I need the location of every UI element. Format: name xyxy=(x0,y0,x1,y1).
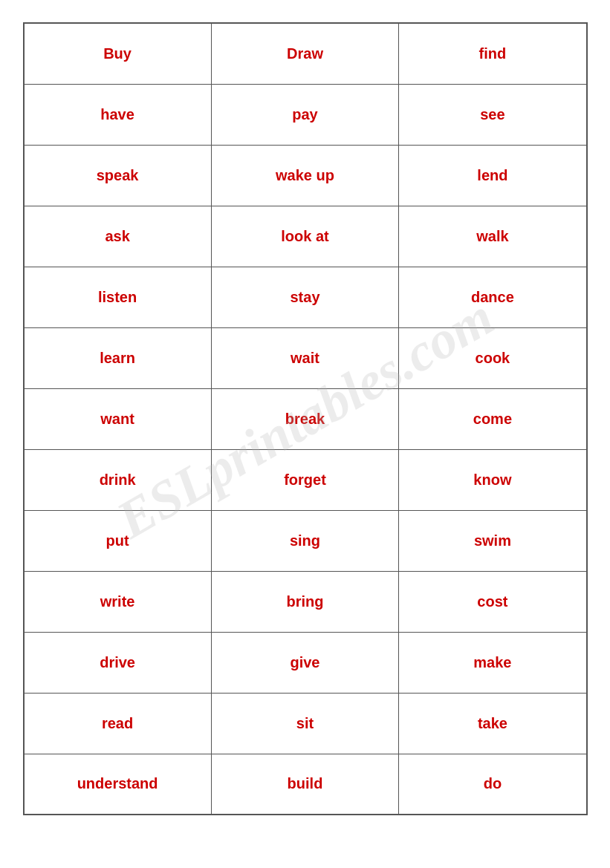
word-cell: do xyxy=(399,754,587,815)
word-cell: see xyxy=(399,84,587,145)
word-label: stay xyxy=(290,289,319,305)
word-label: look at xyxy=(281,228,328,244)
word-label: understand xyxy=(77,775,158,792)
word-label: forget xyxy=(284,471,326,488)
word-cell: break xyxy=(211,388,399,449)
word-cell: Draw xyxy=(211,23,399,84)
word-cell: understand xyxy=(24,754,212,815)
word-label: sit xyxy=(296,715,314,731)
word-cell: come xyxy=(399,388,587,449)
word-label: put xyxy=(106,532,129,549)
word-label: give xyxy=(290,654,319,670)
word-label: bring xyxy=(286,593,323,610)
word-label: pay xyxy=(292,106,317,123)
word-cell: wait xyxy=(211,327,399,388)
word-label: take xyxy=(478,715,507,731)
word-label: learn xyxy=(100,350,135,366)
word-label: come xyxy=(473,411,512,427)
word-cell: know xyxy=(399,449,587,510)
word-cell: listen xyxy=(24,267,212,327)
word-label: want xyxy=(100,411,134,427)
word-cell: find xyxy=(399,23,587,84)
word-label: speak xyxy=(97,167,139,183)
word-cell: read xyxy=(24,693,212,754)
table-row: drivegivemake xyxy=(24,632,587,693)
word-cell: sing xyxy=(211,510,399,571)
word-label: sing xyxy=(290,532,320,549)
table-row: speakwake uplend xyxy=(24,145,587,206)
word-label: Buy xyxy=(103,45,132,62)
word-label: read xyxy=(102,715,133,731)
word-label: know xyxy=(473,471,511,488)
word-cell: cost xyxy=(399,571,587,632)
word-cell: learn xyxy=(24,327,212,388)
word-cell: ask xyxy=(24,206,212,267)
word-label: ask xyxy=(105,228,129,244)
word-table: BuyDrawfindhavepayseespeakwake uplendask… xyxy=(23,22,588,815)
table-row: putsingswim xyxy=(24,510,587,571)
word-cell: Buy xyxy=(24,23,212,84)
word-cell: drive xyxy=(24,632,212,693)
word-label: Draw xyxy=(287,45,323,62)
word-label: wake up xyxy=(276,167,334,183)
word-label: write xyxy=(100,593,135,610)
word-cell: look at xyxy=(211,206,399,267)
table-row: readsittake xyxy=(24,693,587,754)
table-row: drinkforgetknow xyxy=(24,449,587,510)
word-cell: stay xyxy=(211,267,399,327)
table-row: learnwaitcook xyxy=(24,327,587,388)
table-row: asklook atwalk xyxy=(24,206,587,267)
word-cell: drink xyxy=(24,449,212,510)
word-label: lend xyxy=(477,167,507,183)
word-label: cost xyxy=(477,593,507,610)
word-cell: swim xyxy=(399,510,587,571)
word-label: build xyxy=(288,775,323,792)
table-row: wantbreakcome xyxy=(24,388,587,449)
word-cell: lend xyxy=(399,145,587,206)
word-cell: have xyxy=(24,84,212,145)
word-cell: sit xyxy=(211,693,399,754)
word-cell: pay xyxy=(211,84,399,145)
word-label: listen xyxy=(98,289,137,305)
word-cell: walk xyxy=(399,206,587,267)
word-cell: speak xyxy=(24,145,212,206)
table-row: listenstaydance xyxy=(24,267,587,327)
word-cell: put xyxy=(24,510,212,571)
word-cell: wake up xyxy=(211,145,399,206)
word-label: do xyxy=(484,775,502,792)
word-cell: dance xyxy=(399,267,587,327)
word-label: make xyxy=(473,654,511,670)
word-label: find xyxy=(479,45,507,62)
word-cell: take xyxy=(399,693,587,754)
word-label: drive xyxy=(100,654,135,670)
word-cell: forget xyxy=(211,449,399,510)
word-cell: write xyxy=(24,571,212,632)
word-cell: bring xyxy=(211,571,399,632)
word-label: dance xyxy=(471,289,514,305)
word-cell: give xyxy=(211,632,399,693)
word-cell: cook xyxy=(399,327,587,388)
page-container: ESLprintables.com BuyDrawfindhavepaysees… xyxy=(23,22,588,815)
word-label: wait xyxy=(291,350,319,366)
table-row: havepaysee xyxy=(24,84,587,145)
word-cell: build xyxy=(211,754,399,815)
word-label: break xyxy=(285,411,325,427)
word-label: walk xyxy=(476,228,508,244)
word-label: swim xyxy=(474,532,511,549)
word-label: have xyxy=(100,106,134,123)
word-label: see xyxy=(480,106,504,123)
word-cell: make xyxy=(399,632,587,693)
table-row: BuyDrawfind xyxy=(24,23,587,84)
word-label: drink xyxy=(100,471,136,488)
table-row: understandbuilddo xyxy=(24,754,587,815)
table-row: writebringcost xyxy=(24,571,587,632)
word-label: cook xyxy=(476,350,510,366)
word-cell: want xyxy=(24,388,212,449)
